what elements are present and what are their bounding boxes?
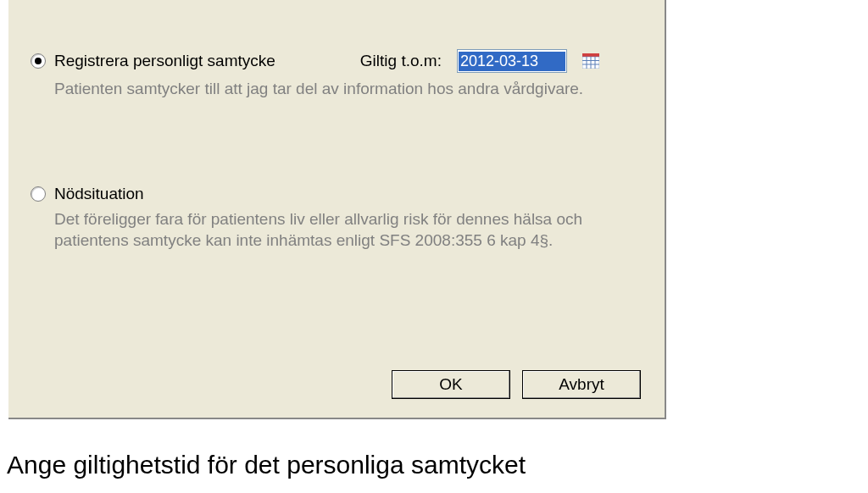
radio-register[interactable] — [31, 53, 46, 69]
option-register-row: Registrera personligt samtycke Giltig t.… — [31, 49, 643, 73]
option-emergency-desc: Det föreligger fara för patientens liv e… — [54, 208, 643, 252]
radio-emergency[interactable] — [31, 186, 46, 202]
option-register-group: Registrera personligt samtycke Giltig t.… — [8, 34, 665, 110]
option-emergency-row: Nödsituation — [31, 185, 643, 203]
svg-rect-0 — [582, 53, 599, 57]
calendar-icon[interactable] — [582, 53, 599, 69]
cancel-button[interactable]: Avbryt — [522, 370, 641, 399]
button-bar: OK Avbryt — [392, 370, 641, 399]
ok-button[interactable]: OK — [392, 370, 510, 399]
option-emergency-group: Nödsituation Det föreligger fara för pat… — [8, 169, 665, 262]
date-input[interactable] — [459, 52, 565, 71]
page-caption: Ange giltighetstid för det personliga sa… — [7, 451, 526, 479]
option-register-desc: Patienten samtycker till att jag tar del… — [54, 78, 643, 100]
radio-emergency-label: Nödsituation — [54, 185, 144, 203]
valid-until-label: Giltig t.o.m: — [360, 52, 442, 70]
consent-dialog: Registrera personligt samtycke Giltig t.… — [8, 0, 666, 419]
radio-register-label: Registrera personligt samtycke — [54, 52, 275, 70]
date-input-wrap[interactable] — [457, 49, 567, 73]
